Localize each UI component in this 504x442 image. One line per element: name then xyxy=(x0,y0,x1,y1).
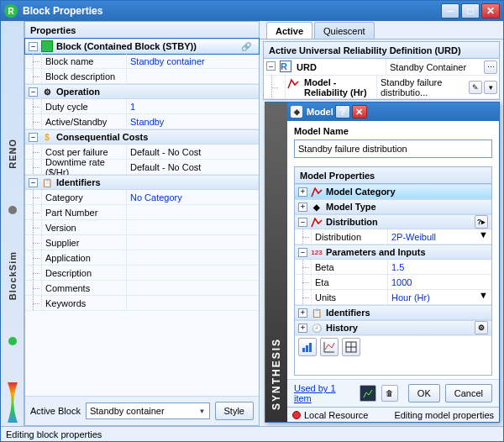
wizard-button[interactable]: ?▸ xyxy=(475,215,488,229)
row-distribution[interactable]: Distribution2P-Weibull▼ xyxy=(295,229,491,245)
dialog-title: Model xyxy=(307,107,333,117)
chevron-down-icon[interactable]: ▼ xyxy=(475,229,491,239)
gear-icon: ⚙ xyxy=(41,86,53,97)
row-active-standby[interactable]: Active/StandbyStandby xyxy=(25,114,259,129)
maximize-button[interactable]: □ xyxy=(461,3,480,18)
row-comments[interactable]: Comments xyxy=(25,281,259,296)
tabstrip: Active Quiescent xyxy=(260,21,503,39)
collapse-icon[interactable]: – xyxy=(298,218,307,227)
dot-icon xyxy=(8,206,17,214)
dropdown-button[interactable]: ▾ xyxy=(484,81,497,94)
params-icon: 123 xyxy=(311,246,323,258)
row-eta[interactable]: Eta1000 xyxy=(295,275,491,290)
collapse-icon[interactable]: – xyxy=(29,178,38,187)
ok-button[interactable]: OK xyxy=(408,384,440,403)
active-block-combo[interactable]: Standby container ▼ xyxy=(86,403,210,419)
expand-icon[interactable]: + xyxy=(298,308,307,318)
row-duty-cycle[interactable]: Duty cycle1 xyxy=(25,99,259,114)
group-label: Block (Contained Block (STBY)) xyxy=(56,41,197,51)
window-title: Block Properties xyxy=(23,5,102,17)
delete-button[interactable]: 🗑 xyxy=(381,385,398,402)
collapse-icon[interactable]: – xyxy=(29,133,38,142)
row-application[interactable]: Application xyxy=(25,250,259,266)
used-by-link[interactable]: Used by 1 item xyxy=(294,383,354,403)
app-icon: R xyxy=(4,4,18,18)
product-sidebar: RENO BlockSim xyxy=(1,21,24,426)
group-block[interactable]: – Block (Contained Block (STBY)) 🔗 xyxy=(25,39,259,54)
group-label: Operation xyxy=(56,87,100,97)
group-history[interactable]: + 🕘 History ⚙ xyxy=(295,320,491,335)
collapse-icon[interactable]: – xyxy=(298,248,307,257)
help-button[interactable]: ? xyxy=(335,105,350,118)
model-name-label: Model Name xyxy=(294,126,492,136)
svg-rect-2 xyxy=(309,343,312,352)
group-operation[interactable]: – ⚙ Operation xyxy=(25,84,259,99)
row-units[interactable]: UnitsHour (Hr)▼ xyxy=(295,290,491,305)
group-model-identifiers[interactable]: + 📋 Identifiers xyxy=(295,305,491,320)
expand-icon[interactable]: + xyxy=(298,324,307,333)
expand-icon[interactable]: + xyxy=(298,203,307,212)
minimize-button[interactable]: ─ xyxy=(441,3,459,18)
row-beta[interactable]: Beta1.5 xyxy=(295,260,491,275)
row-description[interactable]: Description xyxy=(25,266,259,281)
distribution-icon xyxy=(311,216,323,228)
expand-icon[interactable]: + xyxy=(298,187,307,197)
group-distribution[interactable]: – Distribution ?▸ xyxy=(295,214,491,229)
collapse-icon[interactable]: – xyxy=(29,42,38,51)
row-supplier[interactable]: Supplier xyxy=(25,235,259,250)
svg-rect-0 xyxy=(302,348,305,352)
row-block-desc[interactable]: Block description xyxy=(25,69,259,84)
group-identifiers[interactable]: – 📋 Identifiers xyxy=(25,175,259,190)
chart-preview-button[interactable] xyxy=(360,385,376,402)
group-label: Consequential Costs xyxy=(56,132,148,142)
row-downtime-rate[interactable]: Downtime rate ($/Hr)Default - No Cost xyxy=(25,160,259,175)
block-icon xyxy=(41,40,53,52)
model-props-header: Model Properties xyxy=(295,167,491,184)
dialog-close-button[interactable]: ✕ xyxy=(352,105,367,118)
sidebar-blocksim[interactable]: BlockSim xyxy=(8,251,18,300)
tool-grid-button[interactable] xyxy=(342,338,360,356)
more-button[interactable]: ⋯ xyxy=(484,61,497,74)
group-label: Parameters and Inputs xyxy=(326,247,426,257)
urd-row[interactable]: – R URD Standby Container ⋯ xyxy=(264,59,499,76)
row-version[interactable]: Version xyxy=(25,220,259,235)
model-status-bar: Local Resource Editing model properties xyxy=(287,407,499,422)
group-label: Identifiers xyxy=(56,177,101,187)
history-gear-button[interactable]: ⚙ xyxy=(475,321,488,334)
status-text: Editing block properties xyxy=(6,429,102,439)
row-category[interactable]: CategoryNo Category xyxy=(25,190,259,205)
tool-stats-button[interactable] xyxy=(320,338,339,356)
link-icon[interactable]: 🔗 xyxy=(240,40,252,52)
cancel-button[interactable]: Cancel xyxy=(445,384,492,403)
row-block-name[interactable]: Block nameStandby container xyxy=(25,54,259,69)
active-block-label: Active Block xyxy=(30,406,81,416)
tab-active[interactable]: Active xyxy=(266,22,312,39)
collapse-icon[interactable]: – xyxy=(266,61,276,71)
model-name-input[interactable]: Standby failure distribution xyxy=(294,139,492,158)
row-part-number[interactable]: Part Number xyxy=(25,205,259,220)
group-model-category[interactable]: + Model Category xyxy=(295,184,491,199)
dollar-icon: $ xyxy=(41,131,53,143)
chevron-down-icon: ▼ xyxy=(199,408,206,415)
group-parameters[interactable]: – 123 Parameters and Inputs xyxy=(295,245,491,260)
category-icon xyxy=(311,186,323,197)
synthesis-label: SYNTHESIS xyxy=(270,338,282,410)
pin-icon xyxy=(292,411,301,419)
group-costs[interactable]: – $ Consequential Costs xyxy=(25,129,259,145)
urd-model-row[interactable]: Model - Reliability (Hr) Standby failure… xyxy=(264,76,499,99)
close-button[interactable]: ✕ xyxy=(481,3,500,18)
group-label: Model Type xyxy=(326,202,376,212)
ribbon-icon xyxy=(6,382,19,423)
group-model-type[interactable]: + ◆ Model Type xyxy=(295,199,491,214)
sidebar-reno[interactable]: RENO xyxy=(8,139,18,169)
edit-button[interactable]: ✎ xyxy=(469,81,482,94)
style-button[interactable]: Style xyxy=(215,402,254,420)
model-titlebar[interactable]: ◆ Model ? ✕ xyxy=(287,103,499,121)
collapse-icon[interactable]: – xyxy=(29,87,38,97)
tab-quiescent[interactable]: Quiescent xyxy=(314,22,375,39)
row-keywords[interactable]: Keywords xyxy=(25,296,259,311)
urd-panel: Active Universal Reliability Definition … xyxy=(263,41,500,100)
titlebar[interactable]: R Block Properties ─ □ ✕ xyxy=(1,1,503,21)
tool-chart-button[interactable] xyxy=(298,338,317,356)
chevron-down-icon[interactable]: ▼ xyxy=(475,290,491,300)
